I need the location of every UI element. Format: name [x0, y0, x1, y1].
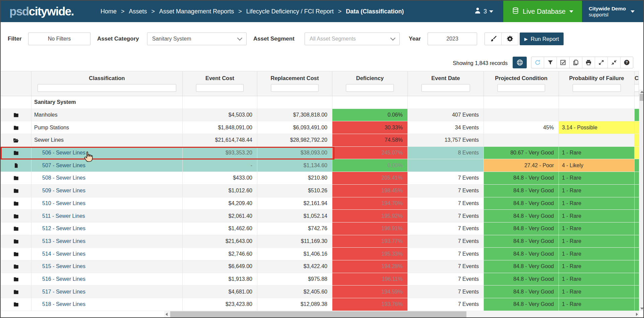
classification-cell[interactable]: 506 - Sewer Lines [31, 147, 183, 160]
asset-category-select[interactable]: Sanitary System [147, 33, 247, 45]
row-expand-cell[interactable] [1, 298, 31, 311]
gear-button[interactable] [501, 33, 518, 45]
column-header[interactable]: Event Date [408, 71, 484, 96]
scroll-left-arrow[interactable] [166, 313, 168, 316]
row-expand-cell[interactable] [1, 147, 31, 160]
breadcrumb-item[interactable]: Asset Management Reports [159, 8, 234, 15]
classification-link[interactable]: 509 - Sewer Lines [42, 188, 85, 194]
classification-link[interactable]: 507 - Sewer Lines [42, 163, 85, 169]
row-expand-cell[interactable] [1, 235, 31, 248]
breadcrumb-item[interactable]: Assets [129, 8, 147, 15]
horizontal-scroll-thumb[interactable] [170, 311, 466, 318]
run-report-button[interactable]: ▶ Run Report [520, 33, 564, 45]
classification-cell[interactable]: 514 - Sewer Lines [31, 248, 183, 260]
column-header[interactable]: Classification [31, 71, 183, 96]
column-header[interactable]: Replacement Cost [257, 71, 332, 96]
vertical-scrollbar[interactable] [639, 89, 644, 311]
online-users-menu[interactable]: 3 [474, 7, 493, 16]
year-input[interactable]: 2023 [428, 33, 477, 45]
refresh-button[interactable] [531, 57, 544, 68]
print-button[interactable] [582, 57, 595, 68]
live-database-button[interactable]: Live Database [503, 1, 582, 22]
classification-link[interactable]: 506 - Sewer Lines [42, 150, 85, 156]
scroll-up-arrow[interactable] [640, 91, 644, 93]
table-row[interactable]: 514 - Sewer Lines$2,746.60$1,406.16195.3… [1, 248, 639, 260]
row-expand-cell[interactable] [1, 134, 31, 147]
filter-button[interactable] [544, 57, 557, 68]
table-row[interactable]: 506 - Sewer Lines$93,353.20$38,093.00245… [1, 147, 639, 160]
vertical-scroll-thumb[interactable] [640, 94, 644, 101]
row-expand-cell[interactable] [1, 96, 31, 109]
classification-cell[interactable]: 512 - Sewer Lines [31, 222, 183, 235]
breadcrumb-item[interactable]: Home [101, 8, 117, 15]
psdcitywide-logo[interactable]: psdcitywide. [9, 5, 74, 18]
classification-cell[interactable]: 507 - Sewer Lines [31, 159, 183, 172]
classification-link[interactable]: 517 - Sewer Lines [42, 289, 85, 295]
column-header[interactable]: Projected Condition [484, 71, 559, 96]
column-filter-input[interactable] [346, 84, 394, 92]
column-filter-input[interactable] [635, 84, 639, 92]
table-row[interactable]: 515 - Sewer Lines$6,649.00$3,422.40194.2… [1, 260, 639, 273]
no-filters-button[interactable]: No Filters [28, 33, 90, 45]
scroll-down-arrow[interactable] [640, 308, 644, 310]
classification-link[interactable]: 511 - Sewer Lines [42, 213, 85, 219]
classification-cell[interactable]: 511 - Sewer Lines [31, 210, 183, 222]
classification-cell[interactable]: 517 - Sewer Lines [31, 285, 183, 298]
classification-cell[interactable]: Manholes [31, 109, 183, 122]
classification-link[interactable]: 515 - Sewer Lines [42, 263, 85, 269]
classification-cell[interactable]: 509 - Sewer Lines [31, 185, 183, 197]
classification-cell[interactable]: Sewer Lines [31, 134, 183, 147]
table-row[interactable]: 513 - Sewer Lines$21,643.00$11,169.30193… [1, 235, 639, 248]
table-row[interactable]: Manholes$4,503.00$7,308,818.000.06%407 E… [1, 109, 639, 122]
horizontal-scrollbar[interactable] [164, 311, 639, 318]
scroll-right-arrow[interactable] [636, 313, 638, 316]
row-expand-cell[interactable] [1, 273, 31, 286]
table-row[interactable]: 509 - Sewer Lines$1,012.60$510.26198.45%… [1, 185, 639, 197]
table-row[interactable]: 512 - Sewer Lines$1,462.60$742.76196.91%… [1, 222, 639, 235]
row-expand-cell[interactable] [1, 159, 31, 172]
column-filter-input[interactable] [497, 84, 545, 92]
table-row[interactable]: 507 - Sewer Lines-$1,134.600.00%27.42 - … [1, 159, 639, 172]
classification-cell[interactable]: 508 - Sewer Lines [31, 172, 183, 185]
table-row[interactable]: Sanitary System [1, 96, 639, 109]
expand-button[interactable] [595, 57, 607, 68]
table-row[interactable]: 517 - Sewer Lines$4,681.00$2,405.60194.5… [1, 285, 639, 298]
row-expand-cell[interactable] [1, 197, 31, 210]
column-header[interactable]: Event Cost [183, 71, 257, 96]
row-expand-cell[interactable] [1, 172, 31, 185]
table-row[interactable]: Sewer Lines$21,614,748.44$28,982,792.207… [1, 134, 639, 147]
table-row[interactable]: 518 - Sewer Lines$23,423.80$12,089.38193… [1, 298, 639, 311]
column-header[interactable]: Probability of Failure [559, 71, 635, 96]
row-expand-cell[interactable] [1, 260, 31, 273]
column-filter-input[interactable] [38, 84, 176, 92]
globe-button[interactable] [513, 57, 527, 68]
row-expand-cell[interactable] [1, 248, 31, 260]
table-row[interactable]: 516 - Sewer Lines$1,913.80$975.88196.11%… [1, 273, 639, 286]
classification-link[interactable]: 518 - Sewer Lines [42, 301, 85, 307]
table-row[interactable]: 511 - Sewer Lines$2,061.40$1,052.14195.9… [1, 210, 639, 222]
breadcrumb-item[interactable]: Data (Classification) [346, 8, 404, 15]
classification-link[interactable]: 510 - Sewer Lines [42, 200, 85, 206]
column-header[interactable]: C [635, 71, 639, 96]
classification-cell[interactable]: 513 - Sewer Lines [31, 235, 183, 248]
table-row[interactable]: 510 - Sewer Lines$4,209.40$2,161.94194.7… [1, 197, 639, 210]
classification-cell[interactable]: 510 - Sewer Lines [31, 197, 183, 210]
row-expand-cell[interactable] [1, 285, 31, 298]
compress-button[interactable] [607, 57, 620, 68]
table-row[interactable]: 508 - Sewer Lines$433.00$210.80205.41%7 … [1, 172, 639, 185]
classification-cell[interactable]: 515 - Sewer Lines [31, 260, 183, 273]
row-expand-cell[interactable] [1, 185, 31, 197]
classification-cell[interactable]: 518 - Sewer Lines [31, 298, 183, 311]
asset-segment-select[interactable]: All Asset Segments [305, 33, 400, 45]
classification-link[interactable]: 514 - Sewer Lines [42, 251, 85, 257]
column-filter-input[interactable] [573, 84, 621, 92]
column-filter-input[interactable] [422, 84, 470, 92]
breadcrumb-item[interactable]: Lifecycle Deficiency / FCI Report [246, 8, 334, 15]
classification-cell[interactable]: Sanitary System [31, 96, 183, 109]
column-filter-input[interactable] [196, 84, 244, 92]
check-square-button[interactable] [557, 57, 569, 68]
column-filter-input[interactable] [271, 84, 319, 92]
brush-button[interactable] [485, 33, 501, 45]
table-row[interactable]: Pump Stations$1,848,091.00$6,093,491.003… [1, 121, 639, 134]
row-expand-cell[interactable] [1, 121, 31, 134]
